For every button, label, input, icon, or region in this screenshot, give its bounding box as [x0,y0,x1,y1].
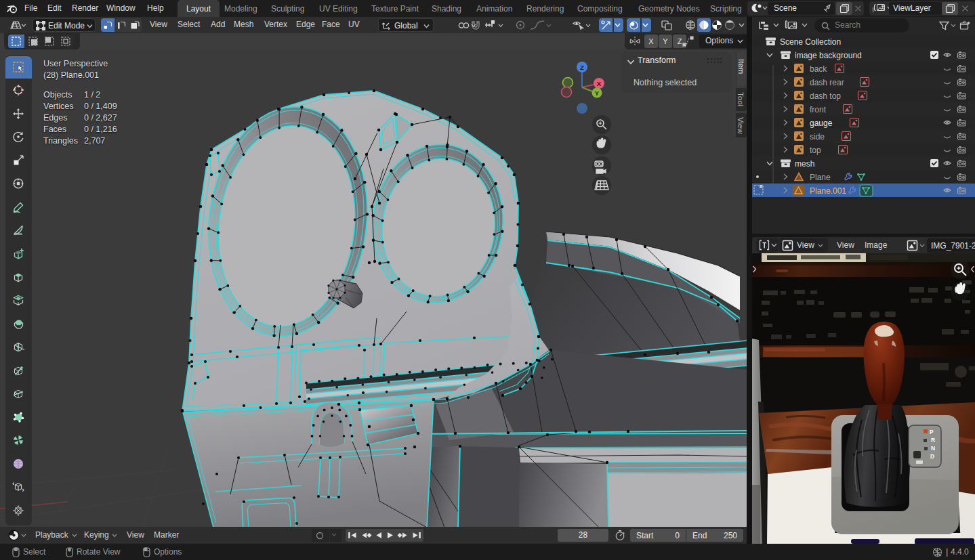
svg-text:Y: Y [595,89,600,97]
svg-text:image background: image background [795,51,862,60]
svg-text:top: top [810,146,821,155]
svg-text:Plane.001: Plane.001 [810,186,846,196]
svg-text:front: front [810,105,827,114]
svg-text:Plane: Plane [810,173,831,182]
svg-text:mesh: mesh [795,159,814,169]
svg-text:gauge: gauge [810,119,833,128]
svg-text:dash top: dash top [810,91,841,101]
svg-text:dash rear: dash rear [810,78,844,87]
svg-text:D: D [930,453,934,460]
svg-text:R: R [931,437,935,444]
svg-text:N: N [931,445,935,452]
svg-text:back: back [810,64,827,74]
svg-text:Z: Z [580,64,584,71]
svg-text:Scene Collection: Scene Collection [780,37,841,47]
svg-text:side: side [810,132,825,142]
svg-text:P: P [930,429,934,435]
svg-text:X: X [597,80,602,87]
